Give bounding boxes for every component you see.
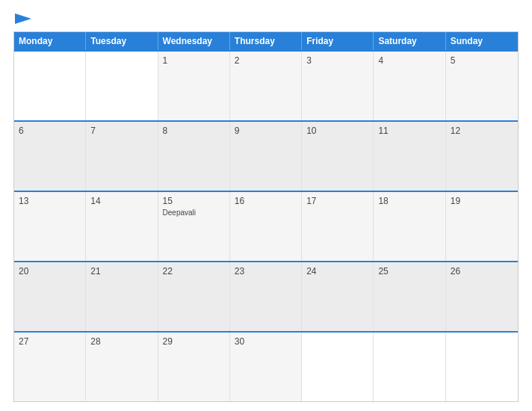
svg-marker-0 [15,13,31,24]
day-number: 13 [19,196,81,206]
cal-cell: 6 [14,122,86,191]
header-day-sunday: Sunday [446,32,518,50]
header-day-thursday: Thursday [230,32,302,50]
cal-cell: 17 [302,192,374,261]
day-number: 6 [19,126,81,136]
cal-cell: 21 [86,262,158,331]
cal-cell: 18 [374,192,445,261]
cal-cell: 2 [230,52,302,120]
day-number: 19 [451,196,513,206]
calendar-grid: MondayTuesdayWednesdayThursdayFridaySatu… [13,31,519,402]
day-number: 14 [90,196,152,206]
day-event: Deepavali [163,208,225,217]
logo-flag-icon [15,13,31,24]
day-number: 1 [163,55,225,66]
cal-cell: 20 [14,262,86,331]
cal-cell [374,333,445,401]
day-number: 5 [451,55,513,66]
cal-cell: 28 [86,333,158,401]
cal-cell: 8 [158,122,230,191]
cal-cell: 7 [86,122,158,191]
day-number: 21 [90,266,152,276]
day-number: 2 [235,55,297,66]
cal-cell: 4 [374,52,445,120]
cal-cell: 13 [14,192,86,261]
cal-cell [446,333,518,401]
week-row-1: 12345 [14,50,518,120]
day-number: 3 [306,55,368,66]
week-row-4: 20212223242526 [14,261,518,331]
day-number: 7 [90,126,152,136]
cal-cell: 22 [158,262,230,331]
cal-cell: 19 [446,192,518,261]
cal-cell [302,333,374,401]
day-number: 12 [451,126,513,136]
day-number: 27 [19,336,81,347]
cal-cell: 12 [446,122,518,191]
day-number: 8 [163,126,225,136]
week-row-5: 27282930 [14,331,518,401]
calendar-page: MondayTuesdayWednesdayThursdayFridaySatu… [0,0,532,411]
day-number: 15 [163,196,225,206]
day-number: 28 [90,336,152,347]
day-number: 9 [235,126,297,136]
cal-cell: 29 [158,333,230,401]
day-number: 25 [378,266,440,276]
header [13,13,519,24]
cal-cell [14,52,86,120]
day-number: 16 [235,196,297,206]
cal-cell: 11 [374,122,445,191]
header-day-monday: Monday [14,32,86,50]
day-number: 4 [378,55,440,66]
header-day-friday: Friday [302,32,374,50]
day-number: 11 [378,126,440,136]
day-number: 30 [235,336,297,347]
cal-cell: 3 [302,52,374,120]
cal-cell: 1 [158,52,230,120]
day-number: 24 [306,266,368,276]
cal-cell: 23 [230,262,302,331]
cal-cell: 27 [14,333,86,401]
day-number: 22 [163,266,225,276]
cal-cell: 16 [230,192,302,261]
day-number: 20 [19,266,81,276]
cal-cell: 5 [446,52,518,120]
week-row-2: 6789101112 [14,120,518,191]
week-row-3: 131415Deepavali16171819 [14,191,518,261]
cal-cell: 9 [230,122,302,191]
day-number: 23 [235,266,297,276]
day-number: 26 [451,266,513,276]
day-number: 10 [306,126,368,136]
calendar-header-row: MondayTuesdayWednesdayThursdayFridaySatu… [14,32,518,50]
day-number: 17 [306,196,368,206]
cal-cell: 26 [446,262,518,331]
header-day-wednesday: Wednesday [158,32,230,50]
cal-cell: 25 [374,262,445,331]
cal-cell: 10 [302,122,374,191]
header-day-saturday: Saturday [374,32,445,50]
calendar-body: 123456789101112131415Deepavali1617181920… [14,50,518,401]
cal-cell: 24 [302,262,374,331]
cal-cell [86,52,158,120]
logo [13,13,31,24]
day-number: 18 [378,196,440,206]
cal-cell: 14 [86,192,158,261]
header-day-tuesday: Tuesday [86,32,158,50]
day-number: 29 [163,336,225,347]
cal-cell: 15Deepavali [158,192,230,261]
cal-cell: 30 [230,333,302,401]
